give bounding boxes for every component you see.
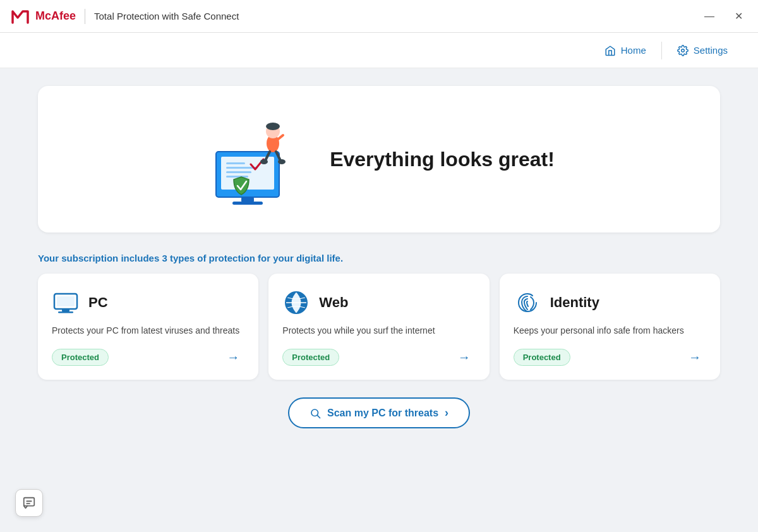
web-protected-badge: Protected <box>282 349 339 366</box>
settings-nav-item[interactable]: Settings <box>662 33 743 68</box>
close-button[interactable]: ✕ <box>730 8 748 25</box>
fingerprint-icon <box>514 289 541 317</box>
svg-rect-3 <box>226 162 245 164</box>
scan-section: Scan my PC for threats › <box>38 397 720 428</box>
titlebar: McAfee Total Protection with Safe Connec… <box>0 0 758 33</box>
web-card-footer: Protected → <box>282 348 475 367</box>
web-card-description: Protects you while you surf the internet <box>282 324 475 337</box>
pc-icon <box>52 289 80 317</box>
svg-point-11 <box>266 123 280 130</box>
search-icon <box>310 408 321 419</box>
minimize-button[interactable]: — <box>699 8 719 25</box>
scan-button-arrow: › <box>445 406 448 420</box>
identity-protected-badge: Protected <box>514 349 570 366</box>
pc-card-header: PC <box>52 289 244 317</box>
identity-arrow-button[interactable]: → <box>683 348 706 367</box>
svg-rect-7 <box>241 197 254 202</box>
hero-card: Everything looks great! <box>38 86 720 233</box>
pc-card-footer: Protected → <box>52 348 244 367</box>
home-nav-item[interactable]: Home <box>589 33 661 68</box>
scan-button-label: Scan my PC for threats <box>327 408 438 419</box>
home-icon <box>605 45 616 56</box>
titlebar-controls: — ✕ <box>699 8 748 25</box>
svg-rect-19 <box>62 309 69 311</box>
identity-card-title: Identity <box>550 294 599 311</box>
svg-rect-20 <box>58 311 73 313</box>
identity-card-header: Identity <box>514 289 706 317</box>
pc-card-title: PC <box>88 294 108 311</box>
svg-rect-8 <box>232 202 263 205</box>
gear-icon <box>677 45 689 56</box>
titlebar-left: McAfee Total Protection with Safe Connec… <box>10 8 239 25</box>
identity-card: Identity Keeps your personal info safe f… <box>500 274 720 380</box>
mcafee-logo: McAfee <box>10 8 76 25</box>
svg-point-14 <box>260 159 268 164</box>
hero-illustration <box>203 109 304 210</box>
feedback-button[interactable] <box>15 489 43 517</box>
identity-card-footer: Protected → <box>514 348 706 367</box>
svg-rect-6 <box>226 176 248 178</box>
web-card-title: Web <box>319 294 348 311</box>
web-card: Web Protects you while you surf the inte… <box>268 274 489 380</box>
mcafee-logo-icon <box>10 8 30 25</box>
home-label: Home <box>621 45 646 56</box>
chat-icon <box>22 496 36 510</box>
app-title: Total Protection with Safe Connect <box>94 11 239 21</box>
identity-card-description: Keeps your personal info safe from hacke… <box>514 324 706 337</box>
titlebar-divider <box>85 9 85 24</box>
pc-arrow-button[interactable]: → <box>222 348 244 367</box>
hero-message: Everything looks great! <box>330 148 555 171</box>
pc-card: PC Protects your PC from latest viruses … <box>38 274 258 380</box>
subscription-text: Your subscription includes 3 types of pr… <box>38 253 720 263</box>
web-card-header: Web <box>282 289 475 317</box>
pc-protected-badge: Protected <box>52 349 109 366</box>
svg-point-0 <box>682 49 685 52</box>
web-arrow-button[interactable]: → <box>453 348 476 367</box>
brand-name: McAfee <box>35 9 76 23</box>
navbar: Home Settings <box>0 33 758 68</box>
pc-card-description: Protects your PC from latest viruses and… <box>52 324 244 337</box>
main-content: Everything looks great! Your subscriptio… <box>0 68 758 532</box>
svg-point-15 <box>278 159 286 164</box>
svg-rect-18 <box>57 296 75 306</box>
cards-grid: PC Protects your PC from latest viruses … <box>38 274 720 380</box>
web-icon <box>282 289 310 317</box>
svg-line-26 <box>317 415 320 418</box>
svg-rect-5 <box>226 171 251 173</box>
settings-label: Settings <box>694 45 728 56</box>
scan-button[interactable]: Scan my PC for threats › <box>288 397 470 428</box>
